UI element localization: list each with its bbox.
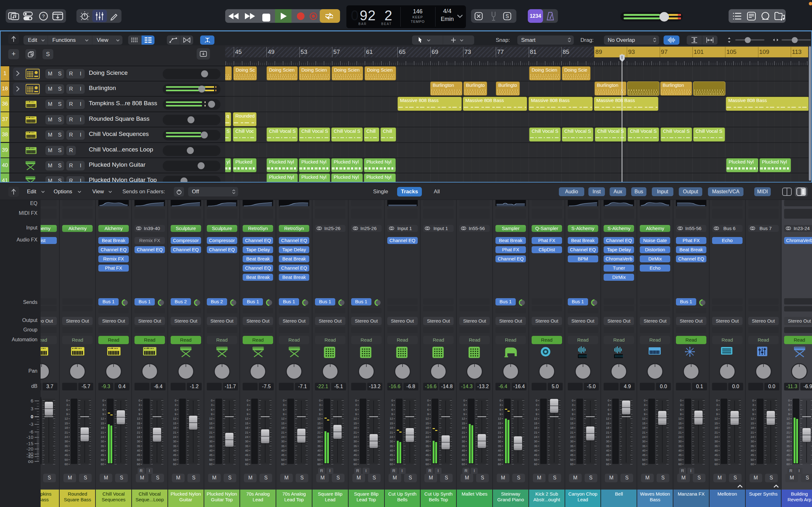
svg-text:-6: -6 (29, 429, 33, 435)
svg-text:-15: -15 (26, 441, 33, 446)
svg-text:-20: -20 (26, 446, 33, 452)
svg-text:0: 0 (31, 414, 33, 419)
svg-text:oo: oo (28, 458, 33, 464)
svg-text:6: 6 (31, 398, 33, 403)
svg-text:-3: -3 (29, 421, 33, 427)
svg-text:-10: -10 (26, 435, 33, 440)
svg-text:3: 3 (31, 406, 33, 411)
